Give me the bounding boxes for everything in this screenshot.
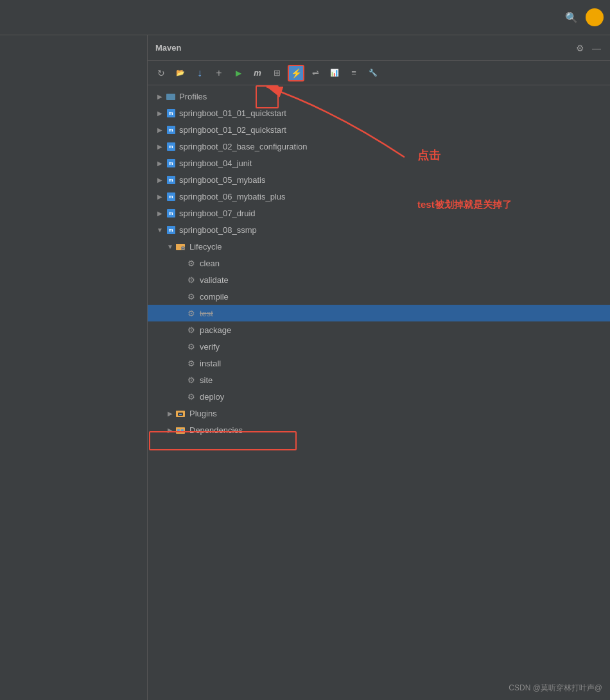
chevron-plugins: ▶ xyxy=(166,409,175,418)
tree-item-test[interactable]: ▶ ⚙ test xyxy=(148,305,610,321)
tree-item-dependencies[interactable]: ▶ Dependencies xyxy=(148,422,610,438)
chevron-sb05: ▶ xyxy=(155,175,164,184)
chevron-sb0102: ▶ xyxy=(155,125,164,134)
svg-rect-13 xyxy=(179,431,181,431)
maven-minimize-icon[interactable]: — xyxy=(591,42,602,54)
tree-item-install[interactable]: ▶ ⚙ install xyxy=(148,355,610,371)
toolbar-settings2-btn[interactable]: ≡ xyxy=(345,65,362,81)
install-label: install xyxy=(200,359,221,368)
plugins-icon xyxy=(176,408,186,418)
watermark: CSDN @莫听穿林打叶声@ xyxy=(509,683,602,694)
chevron-sb02: ▶ xyxy=(155,142,164,151)
gear-icon-verify: ⚙ xyxy=(186,341,196,352)
chevron-sb04: ▶ xyxy=(155,158,164,167)
toolbar-add-run-btn[interactable]: 📂 xyxy=(172,65,189,81)
maven-toolbar: ↻ 📂 ↓ + ▶ m ⊞ xyxy=(148,61,610,85)
compile-label: compile xyxy=(200,292,229,302)
deps-label: Dependencies xyxy=(189,425,243,435)
maven-module-icon-sb04: m xyxy=(166,158,176,168)
toolbar-m-btn[interactable]: m xyxy=(249,65,266,81)
toolbar-add-btn[interactable]: + xyxy=(211,65,227,81)
tree-item-plugins[interactable]: ▶ Plugins xyxy=(148,405,610,422)
tree-item-clean[interactable]: ▶ ⚙ clean xyxy=(148,255,610,271)
tree-item-springboot07[interactable]: ▶ m springboot_07_druid xyxy=(148,205,610,221)
clean-label: clean xyxy=(200,259,220,268)
plugins-label: Plugins xyxy=(189,409,217,418)
sb0101-label: springboot_01_01_quickstart xyxy=(179,108,286,118)
sb07-label: springboot_07_druid xyxy=(179,209,256,218)
svg-rect-10 xyxy=(176,427,179,429)
tree-item-compile[interactable]: ▶ ⚙ compile xyxy=(148,288,610,305)
left-sidebar xyxy=(0,35,148,700)
tree-item-deploy[interactable]: ▶ ⚙ deploy xyxy=(148,388,610,405)
tree-item-validate[interactable]: ▶ ⚙ validate xyxy=(148,271,610,288)
gear-icon-compile: ⚙ xyxy=(186,291,196,302)
gear-icon-validate: ⚙ xyxy=(186,275,196,285)
maven-settings-icon[interactable]: ⚙ xyxy=(574,42,586,54)
tree-item-verify[interactable]: ▶ ⚙ verify xyxy=(148,338,610,355)
toolbar-wrench-btn[interactable]: 🔧 xyxy=(365,65,381,81)
site-label: site xyxy=(200,375,213,385)
maven-module-icon-sb0102: m xyxy=(166,124,176,135)
maven-module-icon-sb02: m xyxy=(166,141,176,151)
toolbar-skip-test-btn[interactable]: ⊞ xyxy=(268,65,285,81)
gear-icon-package: ⚙ xyxy=(186,325,196,335)
chevron-deps: ▶ xyxy=(166,425,175,434)
tree-item-package[interactable]: ▶ ⚙ package xyxy=(148,321,610,338)
chevron-sb0101: ▶ xyxy=(155,108,164,117)
toolbar-lightning-btn[interactable]: ⚡ xyxy=(288,65,304,81)
svg-rect-8 xyxy=(179,414,182,415)
profiles-icon xyxy=(166,91,176,101)
maven-module-icon-sb05: m xyxy=(166,175,176,185)
maven-module-icon-sb08: m xyxy=(166,225,176,235)
avatar[interactable] xyxy=(586,8,604,26)
lifecycle-label: Lifecycle xyxy=(189,242,222,252)
sb05-label: springboot_05_mybatis xyxy=(179,175,265,185)
maven-module-icon-sb06: m xyxy=(166,191,176,201)
chevron-lifecycle: ▼ xyxy=(166,242,175,251)
gear-icon-clean: ⚙ xyxy=(186,258,196,268)
tree-item-profiles[interactable]: ▶ Profiles xyxy=(148,88,610,105)
deps-icon xyxy=(176,425,186,435)
maven-title: Maven xyxy=(155,43,181,53)
toolbar-run-btn[interactable]: ▶ xyxy=(230,65,247,81)
lightning-icon: ⚡ xyxy=(291,68,302,78)
svg-rect-12 xyxy=(181,429,184,432)
maven-panel: Maven ⚙ — ↻ 📂 ↓ + xyxy=(148,35,610,700)
chevron-profiles: ▶ xyxy=(155,92,164,101)
tree-item-springboot05[interactable]: ▶ m springboot_05_mybatis xyxy=(148,171,610,188)
svg-rect-1 xyxy=(176,244,179,246)
validate-label: validate xyxy=(200,275,229,285)
toolbar-chart-btn[interactable]: 📊 xyxy=(326,65,343,81)
gear-icon-site: ⚙ xyxy=(186,375,196,385)
maven-header-icons: ⚙ — xyxy=(574,42,602,54)
sb04-label: springboot_04_junit xyxy=(179,158,252,168)
tree-item-springboot02[interactable]: ▶ m springboot_02_base_configuration xyxy=(148,138,610,155)
tree-item-lifecycle[interactable]: ▼ Lifecycle xyxy=(148,238,610,255)
tree-item-springboot04[interactable]: ▶ m springboot_04_junit xyxy=(148,155,610,171)
toolbar-filter-btn[interactable]: ⇌ xyxy=(307,65,324,81)
test-label: test xyxy=(200,309,213,318)
tree-item-springboot06[interactable]: ▶ m springboot_06_mybatis_plus xyxy=(148,188,610,205)
tree-item-springboot0102[interactable]: ▶ m springboot_01_02_quickstart xyxy=(148,121,610,138)
maven-tree[interactable]: ▶ Profiles ▶ m springboot_01_01_quicksta… xyxy=(148,85,610,700)
gear-icon-test: ⚙ xyxy=(186,308,196,318)
sb02-label: springboot_02_base_configuration xyxy=(179,142,308,151)
search-icon[interactable]: 🔍 xyxy=(562,8,580,26)
profiles-label: Profiles xyxy=(179,92,207,101)
sb08-label: springboot_08_ssmp xyxy=(179,225,257,235)
toolbar-refresh-btn[interactable]: ↻ xyxy=(153,65,170,81)
verify-label: verify xyxy=(200,342,220,352)
maven-header: Maven ⚙ — xyxy=(148,35,610,61)
gear-icon-deploy: ⚙ xyxy=(186,391,196,402)
svg-point-4 xyxy=(182,248,183,248)
chevron-sb08: ▼ xyxy=(155,225,164,234)
toolbar-download-btn[interactable]: ↓ xyxy=(191,65,208,81)
tree-item-springboot0101[interactable]: ▶ m springboot_01_01_quickstart xyxy=(148,105,610,121)
sb06-label: springboot_06_mybatis_plus xyxy=(179,192,286,201)
maven-module-icon-sb0101: m xyxy=(166,108,176,118)
deploy-label: deploy xyxy=(200,392,224,402)
main-layout: Maven ⚙ — ↻ 📂 ↓ + xyxy=(0,35,610,700)
tree-item-site[interactable]: ▶ ⚙ site xyxy=(148,371,610,388)
tree-item-springboot08[interactable]: ▼ m springboot_08_ssmp xyxy=(148,221,610,238)
